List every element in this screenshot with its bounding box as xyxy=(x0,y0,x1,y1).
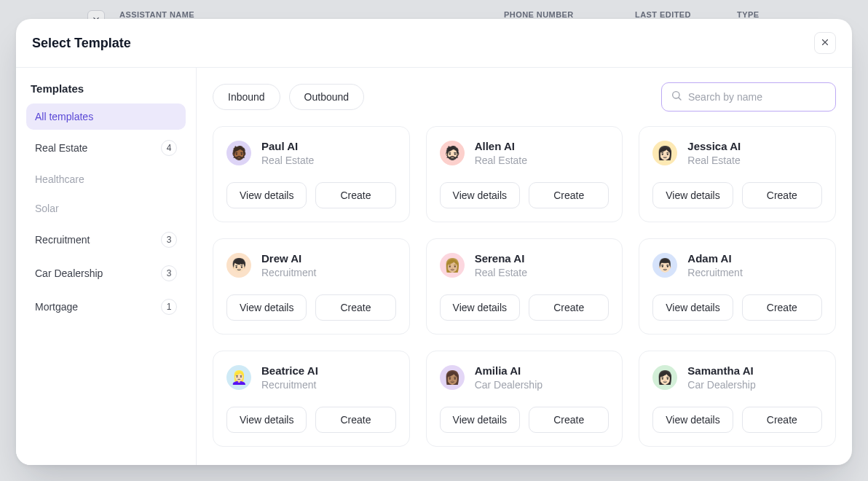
sidebar-category-label: Healthcare xyxy=(35,173,84,185)
sidebar-category-count: 4 xyxy=(161,140,177,156)
template-sidebar: Templates All templatesReal Estate4Healt… xyxy=(16,68,197,465)
search-field[interactable] xyxy=(661,82,836,112)
template-category: Real Estate xyxy=(687,155,741,166)
sidebar-category[interactable]: All templates xyxy=(26,103,186,130)
template-category: Recruitment xyxy=(687,267,742,278)
create-button[interactable]: Create xyxy=(742,294,822,321)
search-input[interactable] xyxy=(688,91,826,103)
view-details-button[interactable]: View details xyxy=(652,407,733,433)
sidebar-category[interactable]: Car Dealership3 xyxy=(26,258,186,289)
sidebar-category[interactable]: Real Estate4 xyxy=(26,133,186,163)
avatar: 🧔🏻 xyxy=(440,141,465,165)
sidebar-category[interactable]: Healthcare xyxy=(26,166,186,192)
sidebar-category[interactable]: Mortgage1 xyxy=(26,292,186,322)
template-card: 👩🏻Samantha AICar DealershipView detailsC… xyxy=(639,351,836,447)
template-name: Paul AI xyxy=(261,140,314,153)
template-category: Car Dealership xyxy=(475,379,542,391)
template-name: Jessica AI xyxy=(687,140,741,153)
filter-pill[interactable]: Inbound xyxy=(213,84,280,110)
close-icon xyxy=(820,37,830,50)
view-details-button[interactable]: View details xyxy=(440,294,520,321)
template-category: Car Dealership xyxy=(687,379,755,391)
view-details-button[interactable]: View details xyxy=(226,294,307,321)
sidebar-category-label: All templates xyxy=(35,111,93,122)
create-button[interactable]: Create xyxy=(529,407,609,433)
template-name: Samantha AI xyxy=(687,364,755,378)
template-card: 🧔🏻Allen AIReal EstateView detailsCreate xyxy=(426,126,623,222)
template-name: Drew AI xyxy=(261,252,316,265)
template-category: Real Estate xyxy=(475,267,527,278)
view-details-button[interactable]: View details xyxy=(440,182,520,208)
template-category: Recruitment xyxy=(261,267,316,278)
view-details-button[interactable]: View details xyxy=(226,407,307,433)
template-card: 👩🏽Amilia AICar DealershipView detailsCre… xyxy=(426,351,623,447)
view-details-button[interactable]: View details xyxy=(652,294,733,321)
create-button[interactable]: Create xyxy=(742,407,822,433)
avatar: 👩🏽 xyxy=(440,365,465,390)
modal-title: Select Template xyxy=(32,36,131,51)
sidebar-category-count: 1 xyxy=(161,299,177,315)
template-name: Serena AI xyxy=(475,252,527,265)
template-card: 👦🏻Drew AIRecruitmentView detailsCreate xyxy=(213,238,410,335)
search-icon xyxy=(671,90,682,104)
template-card: 👱🏻‍♀️Beatrice AIRecruitmentView detailsC… xyxy=(213,351,410,447)
sidebar-category-count: 3 xyxy=(161,265,177,281)
create-button[interactable]: Create xyxy=(315,407,395,433)
template-category: Real Estate xyxy=(261,155,314,166)
sidebar-category-count: 3 xyxy=(161,232,177,248)
sidebar-category-label: Recruitment xyxy=(35,234,90,246)
template-card: 👩🏼Serena AIReal EstateView detailsCreate xyxy=(426,238,623,335)
template-name: Amilia AI xyxy=(475,364,542,378)
view-details-button[interactable]: View details xyxy=(226,182,307,208)
view-details-button[interactable]: View details xyxy=(652,182,733,208)
avatar: 👩🏼 xyxy=(440,253,465,278)
template-name: Adam AI xyxy=(687,252,742,265)
sidebar-category-label: Mortgage xyxy=(35,301,78,313)
svg-line-3 xyxy=(679,98,681,100)
avatar: 👦🏻 xyxy=(226,253,251,278)
template-card: 👩🏻Jessica AIReal EstateView detailsCreat… xyxy=(639,126,836,222)
avatar: 👩🏻 xyxy=(652,141,677,165)
template-card: 👨🏻Adam AIRecruitmentView detailsCreate xyxy=(639,238,836,335)
sidebar-category[interactable]: Recruitment3 xyxy=(26,224,186,255)
sidebar-category-label: Solar xyxy=(35,203,59,214)
create-button[interactable]: Create xyxy=(529,182,609,208)
template-name: Allen AI xyxy=(475,140,527,153)
create-button[interactable]: Create xyxy=(315,294,395,321)
template-main: InboundOutbound 🧔🏾Paul AIReal EstateView… xyxy=(197,68,852,465)
close-button[interactable] xyxy=(814,32,836,54)
template-card: 🧔🏾Paul AIReal EstateView detailsCreate xyxy=(213,126,410,222)
filter-pill[interactable]: Outbound xyxy=(289,84,365,110)
avatar: 👨🏻 xyxy=(652,253,677,278)
avatar: 🧔🏾 xyxy=(226,141,251,165)
create-button[interactable]: Create xyxy=(529,294,609,321)
sidebar-title: Templates xyxy=(26,82,186,103)
sidebar-category-label: Car Dealership xyxy=(35,267,103,279)
template-name: Beatrice AI xyxy=(261,364,318,378)
select-template-modal: Select Template Templates All templatesR… xyxy=(16,19,852,465)
template-category: Real Estate xyxy=(475,155,527,166)
view-details-button[interactable]: View details xyxy=(440,407,520,433)
sidebar-category-label: Real Estate xyxy=(35,142,87,154)
avatar: 👱🏻‍♀️ xyxy=(226,365,251,390)
avatar: 👩🏻 xyxy=(652,365,677,390)
template-category: Recruitment xyxy=(261,379,318,391)
sidebar-category[interactable]: Solar xyxy=(26,195,186,222)
create-button[interactable]: Create xyxy=(742,182,822,208)
create-button[interactable]: Create xyxy=(315,182,395,208)
